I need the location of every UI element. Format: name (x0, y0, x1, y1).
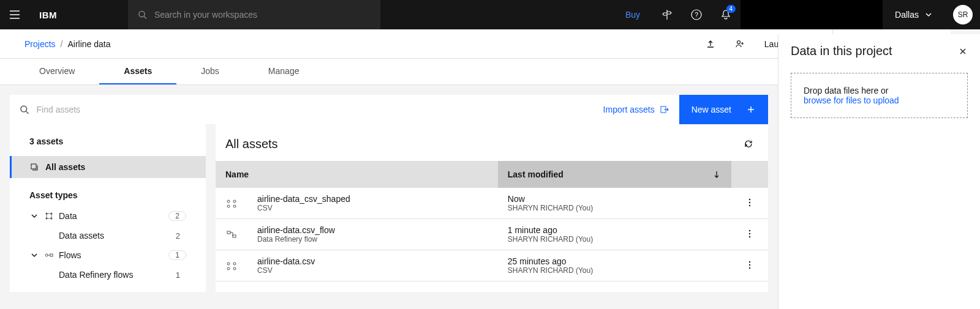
find-assets-input[interactable] (37, 105, 584, 114)
tree-refinery-flows-label: Data Refinery flows (59, 270, 133, 280)
close-panel-button[interactable] (958, 47, 968, 56)
overflow-icon (745, 198, 755, 207)
svg-point-36 (233, 267, 236, 270)
upload-button[interactable] (696, 29, 725, 59)
data-asset-icon (225, 197, 238, 209)
tab-overview[interactable]: Overview (15, 59, 99, 84)
dropzone-text-1: Drop data files here or (804, 86, 889, 95)
tree-data-assets-label: Data assets (59, 231, 104, 240)
tree-flows[interactable]: Flows 1 (10, 245, 206, 265)
tree-flows-count: 1 (168, 250, 186, 260)
asset-name: airline-data.csv (257, 256, 488, 266)
flow-asset-icon (225, 228, 238, 240)
global-header: IBM Buy ? 4 Dallas SR (0, 0, 980, 29)
svg-point-24 (233, 205, 236, 207)
svg-point-33 (227, 262, 230, 265)
svg-point-26 (749, 201, 750, 203)
svg-point-0 (139, 11, 145, 17)
tree-refinery-flows[interactable]: Data Refinery flows 1 (10, 265, 206, 285)
svg-point-32 (749, 236, 750, 237)
tree-data[interactable]: Data 2 (10, 206, 206, 226)
asset-name: airline-data_csv_shaped (257, 194, 488, 204)
tree-data-label: Data (59, 211, 77, 221)
hamburger-menu-button[interactable] (0, 0, 29, 29)
import-assets-label: Import assets (603, 105, 655, 114)
tree-data-assets-count: 2 (176, 231, 186, 240)
upload-icon (706, 39, 715, 49)
tab-assets[interactable]: Assets (99, 59, 176, 84)
tab-jobs[interactable]: Jobs (176, 59, 244, 84)
svg-point-12 (21, 106, 27, 112)
svg-point-25 (749, 198, 750, 199)
global-search-input[interactable] (154, 10, 371, 20)
svg-point-23 (227, 205, 230, 207)
tab-manage[interactable]: Manage (244, 59, 324, 84)
overflow-icon (745, 260, 755, 270)
assets-table: Name Last modified (216, 161, 768, 281)
refresh-button[interactable] (739, 134, 758, 154)
chevron-down-icon (29, 211, 39, 221)
global-search[interactable] (128, 0, 380, 29)
row-menu-button[interactable] (745, 198, 755, 207)
tree-data-count: 2 (168, 211, 186, 221)
assets-count-label: 3 assets (10, 132, 206, 156)
table-row[interactable]: airline-data.csv CSV 25 minutes ago SHAR… (216, 250, 768, 281)
signpost-button[interactable] (652, 0, 682, 29)
new-asset-button[interactable]: New asset (679, 95, 768, 124)
svg-rect-14 (31, 164, 36, 169)
import-assets-button[interactable]: Import assets (594, 105, 679, 114)
refresh-icon (744, 139, 753, 149)
svg-point-39 (749, 267, 750, 268)
notifications-button[interactable]: 4 (711, 0, 741, 29)
region-label: Dallas (895, 10, 919, 20)
data-asset-icon (225, 259, 238, 272)
breadcrumb-projects-link[interactable]: Projects (24, 39, 56, 49)
chevron-down-icon (29, 250, 39, 260)
import-icon (660, 105, 669, 114)
svg-rect-20 (50, 254, 53, 256)
search-icon (138, 10, 147, 20)
table-row[interactable]: airline-data.csv_flow Data Refinery flow… (216, 219, 768, 250)
sidebar-all-assets-label: All assets (45, 162, 85, 172)
svg-point-22 (233, 200, 236, 203)
help-button[interactable]: ? (682, 0, 711, 29)
modified-time: 1 minute ago (508, 225, 722, 235)
header-blackout-area (741, 0, 883, 29)
project-tabs: Overview Assets Jobs Manage (0, 59, 778, 85)
region-selector[interactable]: Dallas (883, 0, 946, 29)
asset-name: airline-data.csv_flow (257, 225, 488, 235)
browse-files-link[interactable]: browse for files to upload (804, 95, 899, 105)
svg-point-37 (749, 261, 750, 262)
overflow-icon (745, 229, 755, 239)
breadcrumb: Projects / Airline data (24, 39, 111, 49)
asset-types-heading: Asset types (10, 178, 206, 206)
svg-point-21 (227, 200, 230, 203)
plus-icon (746, 105, 756, 114)
tree-data-assets[interactable]: Data assets 2 (10, 226, 206, 245)
row-menu-button[interactable] (745, 260, 755, 270)
modified-user: SHARYN RICHARD (You) (508, 235, 722, 244)
notification-badge: 4 (726, 5, 736, 13)
asset-type: CSV (257, 204, 488, 212)
sidebar-all-assets[interactable]: All assets (10, 156, 206, 178)
svg-point-35 (227, 267, 230, 270)
ibm-logo: IBM (29, 10, 67, 20)
find-assets-field[interactable] (10, 105, 594, 114)
svg-point-31 (749, 233, 750, 234)
table-row[interactable]: airline-data_csv_shaped CSV Now SHARYN R… (216, 188, 768, 219)
modified-user: SHARYN RICHARD (You) (508, 266, 722, 275)
svg-point-34 (233, 262, 236, 265)
svg-point-30 (749, 229, 750, 231)
row-menu-button[interactable] (745, 229, 755, 239)
new-asset-label: New asset (692, 105, 731, 114)
modified-time: Now (508, 194, 722, 204)
buy-link[interactable]: Buy (613, 0, 652, 29)
file-dropzone[interactable]: Drop data files here or browse for files… (791, 73, 968, 118)
user-avatar[interactable]: SR (953, 5, 973, 24)
help-icon: ? (690, 9, 703, 21)
column-last-modified[interactable]: Last modified (498, 161, 731, 188)
svg-point-19 (45, 254, 48, 256)
add-collaborator-button[interactable] (725, 29, 755, 59)
tree-flows-label: Flows (59, 250, 81, 260)
column-name[interactable]: Name (216, 161, 498, 188)
